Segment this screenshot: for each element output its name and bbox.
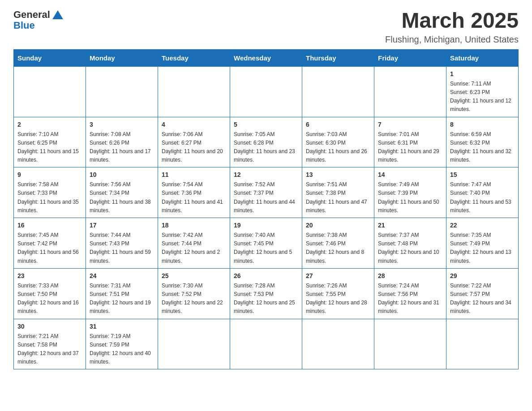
calendar-day-cell: 7Sunrise: 7:01 AM Sunset: 6:31 PM Daylig… xyxy=(374,117,446,167)
day-info: Sunrise: 7:54 AM Sunset: 7:36 PM Dayligh… xyxy=(162,181,223,214)
calendar-day-cell: 4Sunrise: 7:06 AM Sunset: 6:27 PM Daylig… xyxy=(158,117,230,167)
calendar-week-row: 23Sunrise: 7:33 AM Sunset: 7:50 PM Dayli… xyxy=(14,268,519,319)
calendar-day-cell: 6Sunrise: 7:03 AM Sunset: 6:30 PM Daylig… xyxy=(302,117,374,167)
day-number: 9 xyxy=(17,170,82,180)
day-info: Sunrise: 7:08 AM Sunset: 6:26 PM Dayligh… xyxy=(90,131,151,163)
day-number: 16 xyxy=(17,221,82,230)
calendar-day-cell: 27Sunrise: 7:26 AM Sunset: 7:55 PM Dayli… xyxy=(302,268,374,319)
logo-blue-text: Blue xyxy=(13,20,35,31)
day-info: Sunrise: 7:21 AM Sunset: 7:58 PM Dayligh… xyxy=(17,333,79,365)
calendar-day-cell xyxy=(446,319,519,369)
calendar-day-cell: 17Sunrise: 7:44 AM Sunset: 7:43 PM Dayli… xyxy=(86,218,158,269)
calendar-day-cell: 22Sunrise: 7:35 AM Sunset: 7:49 PM Dayli… xyxy=(446,218,519,269)
title-section: March 2025 Flushing, Michigan, United St… xyxy=(385,9,519,45)
day-info: Sunrise: 7:10 AM Sunset: 6:25 PM Dayligh… xyxy=(17,131,79,163)
calendar-week-row: 9Sunrise: 7:58 AM Sunset: 7:33 PM Daylig… xyxy=(14,167,519,218)
day-of-week-header: Tuesday xyxy=(158,49,230,66)
calendar-day-cell xyxy=(158,319,230,369)
calendar-day-cell: 31Sunrise: 7:19 AM Sunset: 7:59 PM Dayli… xyxy=(86,319,158,369)
day-number: 17 xyxy=(90,221,154,230)
day-number: 19 xyxy=(234,221,298,230)
calendar-day-cell: 13Sunrise: 7:51 AM Sunset: 7:38 PM Dayli… xyxy=(302,167,374,218)
day-info: Sunrise: 7:45 AM Sunset: 7:42 PM Dayligh… xyxy=(17,232,79,264)
day-number: 7 xyxy=(378,120,442,129)
calendar-day-cell xyxy=(374,66,446,117)
calendar-day-cell: 19Sunrise: 7:40 AM Sunset: 7:45 PM Dayli… xyxy=(230,218,302,269)
calendar-week-row: 16Sunrise: 7:45 AM Sunset: 7:42 PM Dayli… xyxy=(14,218,519,269)
day-info: Sunrise: 7:31 AM Sunset: 7:51 PM Dayligh… xyxy=(90,283,151,315)
day-of-week-header: Saturday xyxy=(446,49,519,66)
day-number: 23 xyxy=(17,271,82,281)
day-of-week-header: Friday xyxy=(374,49,446,66)
day-number: 31 xyxy=(90,322,154,331)
calendar-day-cell xyxy=(374,319,446,369)
day-info: Sunrise: 7:05 AM Sunset: 6:28 PM Dayligh… xyxy=(234,131,295,163)
day-info: Sunrise: 7:58 AM Sunset: 7:33 PM Dayligh… xyxy=(17,181,79,214)
calendar-day-cell: 14Sunrise: 7:49 AM Sunset: 7:39 PM Dayli… xyxy=(374,167,446,218)
calendar-day-cell xyxy=(302,319,374,369)
day-number: 4 xyxy=(162,120,226,129)
day-info: Sunrise: 7:11 AM Sunset: 6:23 PM Dayligh… xyxy=(450,81,511,113)
day-info: Sunrise: 7:30 AM Sunset: 7:52 PM Dayligh… xyxy=(162,283,223,315)
calendar-day-cell: 15Sunrise: 7:47 AM Sunset: 7:40 PM Dayli… xyxy=(446,167,519,218)
day-number: 27 xyxy=(306,271,370,281)
day-number: 10 xyxy=(90,170,154,180)
calendar-table: SundayMondayTuesdayWednesdayThursdayFrid… xyxy=(13,49,519,370)
calendar-day-cell xyxy=(230,66,302,117)
day-info: Sunrise: 7:26 AM Sunset: 7:55 PM Dayligh… xyxy=(306,283,367,315)
day-number: 3 xyxy=(90,120,154,129)
calendar-day-cell: 5Sunrise: 7:05 AM Sunset: 6:28 PM Daylig… xyxy=(230,117,302,167)
day-number: 6 xyxy=(306,120,370,129)
day-info: Sunrise: 7:52 AM Sunset: 7:37 PM Dayligh… xyxy=(234,181,295,214)
day-info: Sunrise: 7:33 AM Sunset: 7:50 PM Dayligh… xyxy=(17,283,79,315)
logo-triangle-icon xyxy=(52,10,63,19)
calendar-day-cell: 18Sunrise: 7:42 AM Sunset: 7:44 PM Dayli… xyxy=(158,218,230,269)
calendar-header-row: SundayMondayTuesdayWednesdayThursdayFrid… xyxy=(14,49,519,66)
calendar-day-cell: 12Sunrise: 7:52 AM Sunset: 7:37 PM Dayli… xyxy=(230,167,302,218)
location-subtitle: Flushing, Michigan, United States xyxy=(385,34,519,45)
day-info: Sunrise: 7:40 AM Sunset: 7:45 PM Dayligh… xyxy=(234,232,292,264)
calendar-day-cell: 8Sunrise: 6:59 AM Sunset: 6:32 PM Daylig… xyxy=(446,117,519,167)
page-header: General Blue March 2025 Flushing, Michig… xyxy=(13,9,519,45)
calendar-day-cell xyxy=(158,66,230,117)
calendar-day-cell xyxy=(86,66,158,117)
day-of-week-header: Sunday xyxy=(14,49,86,66)
calendar-day-cell: 1Sunrise: 7:11 AM Sunset: 6:23 PM Daylig… xyxy=(446,66,519,117)
calendar-week-row: 30Sunrise: 7:21 AM Sunset: 7:58 PM Dayli… xyxy=(14,319,519,369)
day-info: Sunrise: 7:35 AM Sunset: 7:49 PM Dayligh… xyxy=(450,232,511,264)
day-number: 28 xyxy=(378,271,442,281)
day-of-week-header: Wednesday xyxy=(230,49,302,66)
day-info: Sunrise: 7:19 AM Sunset: 7:59 PM Dayligh… xyxy=(90,333,151,365)
day-number: 1 xyxy=(450,69,515,79)
calendar-day-cell xyxy=(230,319,302,369)
calendar-day-cell: 26Sunrise: 7:28 AM Sunset: 7:53 PM Dayli… xyxy=(230,268,302,319)
day-of-week-header: Thursday xyxy=(302,49,374,66)
day-info: Sunrise: 7:56 AM Sunset: 7:34 PM Dayligh… xyxy=(90,181,151,214)
day-number: 24 xyxy=(90,271,154,281)
day-number: 11 xyxy=(162,170,226,180)
day-info: Sunrise: 7:28 AM Sunset: 7:53 PM Dayligh… xyxy=(234,283,295,315)
calendar-day-cell: 28Sunrise: 7:24 AM Sunset: 7:56 PM Dayli… xyxy=(374,268,446,319)
calendar-day-cell: 21Sunrise: 7:37 AM Sunset: 7:48 PM Dayli… xyxy=(374,218,446,269)
calendar-day-cell: 30Sunrise: 7:21 AM Sunset: 7:58 PM Dayli… xyxy=(14,319,86,369)
month-title: March 2025 xyxy=(385,9,519,33)
day-info: Sunrise: 7:47 AM Sunset: 7:40 PM Dayligh… xyxy=(450,181,511,214)
day-number: 5 xyxy=(234,120,298,129)
day-number: 8 xyxy=(450,120,515,129)
day-number: 12 xyxy=(234,170,298,180)
calendar-day-cell: 25Sunrise: 7:30 AM Sunset: 7:52 PM Dayli… xyxy=(158,268,230,319)
calendar-day-cell: 11Sunrise: 7:54 AM Sunset: 7:36 PM Dayli… xyxy=(158,167,230,218)
day-info: Sunrise: 7:24 AM Sunset: 7:56 PM Dayligh… xyxy=(378,283,439,315)
calendar-day-cell xyxy=(302,66,374,117)
day-info: Sunrise: 7:38 AM Sunset: 7:46 PM Dayligh… xyxy=(306,232,364,264)
day-info: Sunrise: 7:42 AM Sunset: 7:44 PM Dayligh… xyxy=(162,232,220,264)
day-number: 2 xyxy=(17,120,82,129)
day-number: 26 xyxy=(234,271,298,281)
day-of-week-header: Monday xyxy=(86,49,158,66)
day-info: Sunrise: 7:49 AM Sunset: 7:39 PM Dayligh… xyxy=(378,181,439,214)
day-info: Sunrise: 7:37 AM Sunset: 7:48 PM Dayligh… xyxy=(378,232,439,264)
day-number: 18 xyxy=(162,221,226,230)
calendar-week-row: 2Sunrise: 7:10 AM Sunset: 6:25 PM Daylig… xyxy=(14,117,519,167)
day-number: 29 xyxy=(450,271,515,281)
calendar-day-cell: 16Sunrise: 7:45 AM Sunset: 7:42 PM Dayli… xyxy=(14,218,86,269)
